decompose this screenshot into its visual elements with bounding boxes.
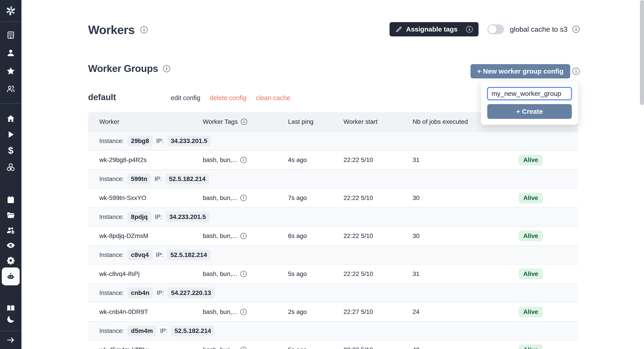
global-cache-info-icon[interactable]: i (572, 26, 580, 33)
tags-info-icon[interactable]: i (240, 271, 247, 277)
tags-info-icon[interactable]: i (240, 233, 247, 239)
status-badge: Alive (519, 345, 543, 349)
eye-icon (6, 241, 15, 250)
tags-info-icon[interactable]: i (240, 195, 247, 201)
tags-info-icon[interactable]: i (240, 157, 247, 163)
worker-start: 22:22 5/10 (344, 232, 412, 240)
worker-tags-cell: bash, bun,... i (203, 346, 288, 349)
instance-id: 29bg8 (128, 136, 153, 146)
new-worker-group-info-icon[interactable]: i (572, 68, 580, 75)
instance-label: Instance: (99, 328, 124, 335)
assignable-tags-button[interactable]: Assignable tags i (390, 22, 478, 36)
sidebar-item-schedules[interactable] (6, 195, 15, 204)
new-worker-group-config-button[interactable]: + New worker group config (470, 64, 570, 78)
worker-tags: bash, bun,... (203, 156, 237, 164)
instance-row: Instance: 8pdjq IP: 34.233.201.5 (88, 207, 578, 226)
jobs-executed: 31 (412, 270, 519, 278)
worker-start: 22:22 5/10 (344, 194, 412, 202)
sidebar-item-dark-mode[interactable] (6, 315, 15, 324)
workers-info-icon[interactable]: i (140, 26, 148, 33)
worker-row: wk-cnb4n-0DR9T bash, bun,... i 2s ago 22… (88, 302, 578, 321)
ip-label: IP: (160, 328, 168, 335)
instance-row: Instance: 29bg8 IP: 34.233.201.5 (88, 131, 578, 150)
sidebar-item-workers[interactable] (2, 268, 20, 285)
last-ping: 4s ago (288, 156, 344, 164)
scrollbar[interactable] (640, 0, 644, 105)
instance-ip: 52.5.182.214 (171, 326, 215, 336)
ip-label: IP: (156, 290, 164, 297)
windmill-logo-icon[interactable] (4, 4, 17, 17)
edit-config-link[interactable]: edit config (171, 94, 200, 102)
sidebar-divider (0, 331, 22, 331)
sidebar-divider (0, 21, 22, 22)
assignable-tags-info-icon[interactable]: i (466, 26, 473, 33)
sidebar-item-workspace[interactable] (6, 31, 15, 39)
sidebar-item-runs[interactable] (6, 130, 15, 139)
calendar-icon (6, 195, 15, 204)
worker-tags-cell: bash, bun,... i (203, 232, 288, 240)
user-group-gear-icon (6, 226, 15, 235)
status-badge: Alive (519, 193, 543, 203)
sidebar-item-resources[interactable] (6, 163, 15, 172)
worker-row: wk-d5m4m-kTf2w bash, bun,... i 5s ago 22… (88, 340, 578, 349)
sidebar-item-audit-logs[interactable] (6, 241, 15, 250)
sidebar-item-settings[interactable] (6, 256, 15, 265)
jobs-executed: 30 (412, 232, 519, 240)
moon-icon (6, 315, 15, 324)
delete-config-link[interactable]: delete config (210, 94, 246, 102)
tags-info-icon[interactable]: i (240, 347, 247, 349)
column-header-worker: Worker (99, 118, 203, 125)
instance-label: Instance: (99, 214, 124, 221)
instance-label: Instance: (99, 290, 124, 297)
worker-table-body: Instance: 29bg8 IP: 34.233.201.5 wk-29bg… (88, 131, 578, 349)
worker-tags-info-icon[interactable]: i (241, 119, 247, 125)
worker-row: wk-599tn-SxxYO bash, bun,... i 7s ago 22… (88, 188, 578, 207)
worker-group-name-input[interactable] (487, 87, 572, 100)
dollar-icon: $ (8, 146, 13, 155)
robot-icon (6, 272, 15, 281)
book-icon (6, 304, 15, 313)
arrow-right-icon (6, 336, 15, 345)
clean-cache-link[interactable]: clean cache (256, 94, 290, 102)
ip-label: IP: (154, 176, 162, 183)
sidebar-item-expand[interactable] (6, 336, 15, 345)
sidebar-item-groups[interactable] (6, 226, 15, 235)
worker-tags-cell: bash, bun,... i (203, 194, 288, 202)
workers-page: $ W (0, 0, 644, 349)
create-worker-group-button[interactable]: + Create (487, 104, 572, 119)
sidebar-item-home[interactable] (6, 114, 15, 123)
instance-row: Instance: d5m4m IP: 52.5.182.214 (88, 321, 578, 340)
sidebar-item-favorites[interactable] (6, 67, 15, 75)
tags-info-icon[interactable]: i (240, 309, 247, 315)
worker-tags-cell: bash, bun,... i (203, 156, 288, 164)
instance-ip: 34.233.201.5 (166, 212, 210, 222)
ip-label: IP: (155, 214, 162, 221)
cubes-icon (6, 163, 15, 172)
worker-start: 22:27 5/10 (344, 308, 412, 316)
sidebar-item-folders[interactable] (6, 211, 15, 220)
worker-tags: bash, bun,... (203, 232, 237, 240)
global-cache-toggle[interactable] (488, 24, 504, 34)
column-header-last-ping: Last ping (288, 118, 344, 125)
sidebar-item-user[interactable] (6, 48, 15, 57)
column-header-worker-tags: Worker Tags i (203, 118, 288, 125)
worker-tags-cell: bash, bun,... i (203, 308, 288, 316)
last-ping: 2s ago (288, 308, 344, 316)
sidebar-item-docs[interactable] (6, 304, 15, 313)
worker-name: wk-cnb4n-0DR9T (99, 308, 203, 316)
worker-start: 22:22 5/10 (344, 346, 412, 349)
person-icon (6, 48, 15, 57)
worker-row: wk-c8vq4-ifsPj bash, bun,... i 5s ago 22… (88, 264, 578, 283)
jobs-executed: 24 (412, 308, 519, 316)
worker-groups-info-icon[interactable]: i (163, 65, 170, 72)
sidebar-item-collaborators[interactable] (6, 84, 15, 93)
instance-row: Instance: cnb4n IP: 54.227.220.13 (88, 283, 578, 302)
sidebar-item-usage[interactable]: $ (6, 146, 15, 155)
instance-id: cnb4n (128, 288, 153, 298)
play-icon (6, 130, 15, 139)
instance-ip: 52.5.182.214 (166, 174, 209, 184)
worker-name: wk-d5m4m-kTf2w (99, 346, 203, 349)
sidebar-divider (0, 103, 22, 104)
global-cache-label: global cache to s3 (510, 25, 568, 33)
instance-ip: 54.227.220.13 (168, 288, 215, 298)
